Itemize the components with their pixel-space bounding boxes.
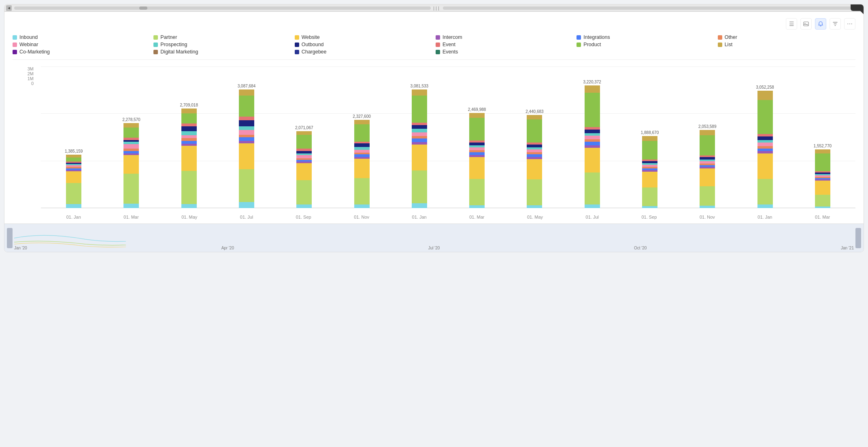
- bar-segment: [412, 89, 427, 96]
- legend-item-co-marketing: Co-Marketing: [13, 49, 150, 55]
- stacked-bar[interactable]: [66, 155, 81, 208]
- x-axis-label: 01. May: [527, 208, 543, 220]
- bar-segment: [239, 117, 254, 120]
- bar-group[interactable]: 1,552,770: [814, 144, 832, 208]
- stacked-bar[interactable]: [815, 149, 830, 208]
- stacked-bar[interactable]: [700, 130, 715, 208]
- legend-label: Events: [443, 49, 458, 55]
- legend-dot: [295, 50, 299, 54]
- bar-segment: [527, 145, 542, 147]
- bar-group[interactable]: 2,053,589: [698, 124, 717, 208]
- minimap-label: Apr '20: [221, 246, 234, 250]
- legend-dot: [436, 50, 440, 54]
- bar-segment: [181, 141, 197, 144]
- bar-segment: [239, 137, 254, 141]
- bar-segment: [642, 172, 657, 187]
- stacked-bar[interactable]: [239, 89, 254, 208]
- bar-segment: [815, 195, 830, 206]
- minimap[interactable]: Jan '20Apr '20Jul '20Oct '20Jan '21: [4, 224, 864, 252]
- legend-dot: [718, 35, 722, 40]
- more-icon[interactable]: ⋯: [844, 18, 855, 30]
- bar-segment: [642, 187, 657, 206]
- bar-segment: [527, 179, 542, 205]
- bars-wrapper: 1,385,1592,278,5702,709,0183,087,6842,07…: [41, 66, 855, 208]
- bar-segment: [412, 96, 427, 123]
- stacked-bar[interactable]: [354, 120, 370, 208]
- scroll-track-right[interactable]: [443, 6, 859, 10]
- scroll-track[interactable]: [14, 6, 431, 10]
- stacked-bar[interactable]: [527, 115, 542, 208]
- bar-segment: [66, 183, 81, 204]
- bar-segment: [66, 171, 81, 183]
- stacked-bar[interactable]: [757, 91, 773, 208]
- legend-label: List: [725, 42, 732, 47]
- legend: InboundPartnerWebsiteIntercomIntegration…: [13, 34, 855, 60]
- bar-group[interactable]: 2,709,018: [180, 103, 198, 208]
- legend-label: Event: [443, 42, 455, 47]
- chart-container: ☰ ⋯ InboundPartnerWebsiteIntercomIntegra…: [4, 12, 864, 220]
- stacked-bar[interactable]: [642, 136, 657, 208]
- bar-segment: [700, 168, 715, 186]
- bar-group[interactable]: 1,888,670: [641, 130, 659, 208]
- bar-segment: [239, 89, 254, 96]
- stacked-bar[interactable]: [469, 113, 485, 208]
- minimap-label: Oct '20: [634, 246, 647, 250]
- top-scrollbar[interactable]: ◄ |||: [4, 4, 864, 12]
- bar-segment: [181, 138, 197, 141]
- stacked-bar[interactable]: [296, 131, 312, 208]
- legend-dot: [577, 43, 581, 47]
- bar-value-label: 3,081,533: [411, 84, 429, 88]
- minimap-label: Jan '21: [841, 246, 854, 250]
- bar-segment: [239, 126, 254, 130]
- y-axis-tick: 3M: [28, 66, 34, 71]
- legend-item-event: Event: [436, 42, 573, 47]
- bar-group[interactable]: 3,220,372: [583, 80, 601, 208]
- bar-segment: [412, 129, 427, 132]
- menu-icon[interactable]: ☰: [786, 18, 797, 30]
- bar-group[interactable]: 2,071,067: [295, 126, 313, 208]
- image-icon[interactable]: [800, 18, 812, 30]
- scroll-thumb[interactable]: [139, 6, 147, 10]
- bar-segment: [642, 136, 657, 141]
- bar-segment: [296, 204, 312, 208]
- minimap-right-handle[interactable]: [855, 228, 861, 248]
- bar-segment: [239, 202, 254, 208]
- bar-segment: [354, 154, 370, 157]
- add-remove-alerts-button[interactable]: [851, 4, 864, 11]
- bar-group[interactable]: 3,052,258: [756, 85, 774, 208]
- legend-item-prospecting: Prospecting: [153, 42, 291, 47]
- bar-segment: [181, 126, 197, 131]
- filter-icon[interactable]: [830, 18, 841, 30]
- legend-item-outbound: Outbound: [295, 42, 432, 47]
- x-axis-label: 01. Sep: [642, 208, 657, 220]
- bar-segment: [354, 150, 370, 153]
- bar-group[interactable]: 2,278,570: [122, 117, 140, 208]
- bar-segment: [700, 186, 715, 206]
- bar-value-label: 1,552,770: [814, 144, 832, 148]
- stacked-bar[interactable]: [585, 85, 600, 208]
- stacked-bar[interactable]: [123, 123, 139, 208]
- legend-dot: [13, 35, 17, 40]
- stacked-bar[interactable]: [412, 89, 427, 208]
- legend-label: Webinar: [19, 42, 38, 47]
- stacked-bar[interactable]: [181, 109, 197, 208]
- bar-value-label: 1,385,159: [65, 149, 83, 153]
- bar-group[interactable]: 2,469,988: [468, 107, 486, 208]
- bar-group[interactable]: 3,081,533: [411, 84, 429, 208]
- scroll-left-arrow[interactable]: ◄: [6, 5, 12, 11]
- bar-segment: [296, 131, 312, 135]
- x-axis-label: 01. Mar: [469, 208, 484, 220]
- bell-icon[interactable]: [815, 18, 826, 30]
- bar-segment: [815, 181, 830, 195]
- bar-segment: [757, 143, 773, 146]
- bar-group[interactable]: 1,385,159: [65, 149, 83, 208]
- bar-segment: [469, 152, 485, 155]
- bar-group[interactable]: 3,087,684: [238, 84, 256, 208]
- bar-group[interactable]: 2,327,600: [353, 114, 371, 208]
- x-axis-label: 01. Sep: [296, 208, 311, 220]
- legend-label: Website: [302, 34, 320, 40]
- x-axis-label: 01. Jan: [412, 208, 427, 220]
- bar-group[interactable]: 2,440,683: [525, 109, 544, 208]
- bar-segment: [527, 119, 542, 143]
- bar-segment: [585, 85, 600, 93]
